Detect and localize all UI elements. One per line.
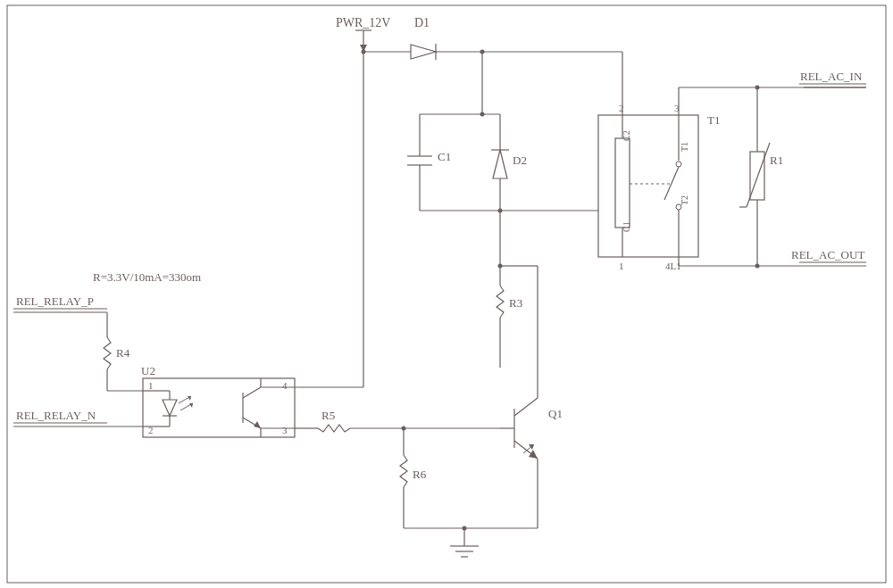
relay-coil-c1: C1 [622, 221, 631, 232]
opto-pin1: 1 [148, 380, 154, 391]
svg-line-95 [514, 398, 538, 416]
svg-point-85 [362, 50, 366, 54]
r1-label: R1 [770, 153, 783, 167]
svg-marker-100 [529, 450, 538, 459]
opto-pin3: 3 [282, 425, 288, 435]
opto-pin4: 4 [282, 380, 288, 391]
relay-n-label: REL_RELAY_N [16, 409, 96, 422]
svg-rect-0 [7, 5, 886, 583]
svg-marker-103 [529, 444, 534, 450]
relay-p-label: REL_RELAY_P [16, 294, 94, 308]
svg-point-15 [480, 112, 485, 117]
svg-rect-32 [598, 115, 698, 257]
relay-coil-c2: C2 [622, 130, 631, 141]
r4-label: R4 [116, 346, 130, 360]
svg-point-107 [463, 526, 467, 531]
c1-label: C1 [438, 150, 451, 163]
note-label: R=3.3V/10mA=330om [93, 270, 201, 284]
svg-point-11 [480, 50, 485, 54]
t1-label: T1 [707, 113, 720, 127]
ac-in-label: REL_AC_IN [800, 70, 863, 83]
pwr-label: PWR_12V [336, 16, 390, 29]
relay-sw-t2: T2 [680, 195, 689, 205]
q1-label: Q1 [548, 407, 563, 420]
relay-pin2: 2 [619, 103, 624, 113]
d2-label: D2 [513, 153, 527, 167]
r6-label: R6 [413, 468, 427, 481]
d1-label: D1 [414, 16, 430, 29]
ac-out-label: REL_AC_OUT [791, 248, 864, 261]
u2-label: U2 [141, 364, 155, 377]
svg-marker-5 [411, 45, 436, 59]
svg-marker-19 [493, 150, 507, 178]
svg-rect-34 [615, 138, 630, 228]
r3-label: R3 [509, 296, 522, 310]
r5-label: R5 [321, 409, 335, 422]
relay-sw-t1: T1 [680, 142, 689, 152]
relay-pin1: 1 [619, 261, 624, 271]
